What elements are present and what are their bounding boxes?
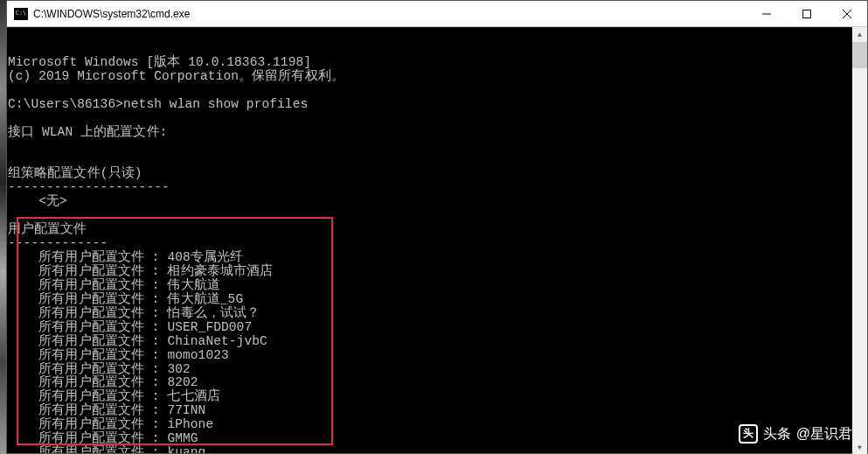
scroll-up-button[interactable]: ▲ [852, 27, 867, 42]
terminal-content: Microsoft Windows [版本 10.0.18363.1198] (… [8, 56, 867, 453]
minimize-button[interactable] [746, 1, 787, 26]
cmd-icon [14, 8, 28, 20]
desktop-left-strip [0, 0, 6, 454]
terminal-area[interactable]: Microsoft Windows [版本 10.0.18363.1198] (… [7, 27, 867, 453]
scroll-thumb[interactable] [852, 42, 867, 68]
svg-rect-1 [803, 10, 811, 17]
window-title: C:\WINDOWS\system32\cmd.exe [33, 8, 746, 20]
close-button[interactable] [827, 1, 867, 26]
titlebar[interactable]: C:\WINDOWS\system32\cmd.exe [7, 1, 867, 27]
maximize-button[interactable] [787, 1, 827, 26]
scroll-down-button[interactable]: ▼ [852, 440, 867, 454]
window-controls [746, 1, 867, 26]
vertical-scrollbar[interactable]: ▲ ▼ [852, 27, 867, 454]
cmd-window: C:\WINDOWS\system32\cmd.exe Microsoft Wi… [6, 0, 868, 454]
